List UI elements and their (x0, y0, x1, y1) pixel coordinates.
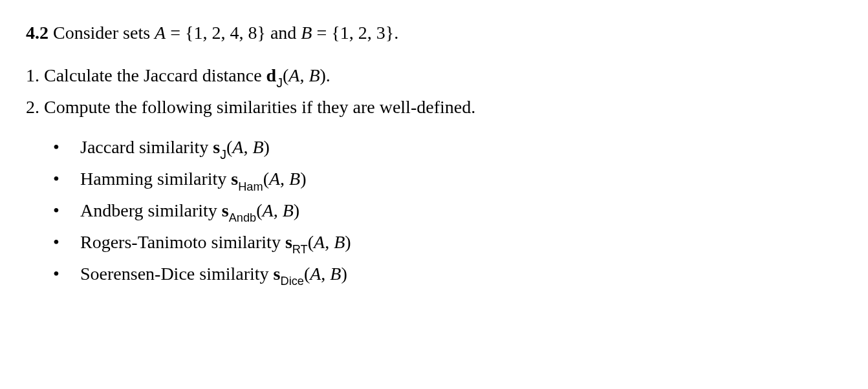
jaccard-distance-subscript: J (276, 76, 283, 90)
header-period: . (394, 23, 398, 43)
set-A-name: A (155, 23, 166, 43)
bullet-label: Andberg similarity (80, 200, 222, 220)
similarity-subscript: Andb (229, 211, 256, 224)
bullet-label: Rogers-Tanimoto similarity (80, 232, 285, 252)
bullet-item-andberg: •Andberg similarity sAndb(A, B) (53, 197, 842, 226)
similarity-args: (A, B) (308, 232, 351, 252)
problem-header: 4.2 Consider sets A = {1, 2, 4, 8} and B… (26, 19, 842, 47)
header-text: Consider sets (53, 23, 155, 43)
similarity-symbol: s (285, 232, 292, 252)
and-text: and (266, 23, 301, 43)
similarity-symbol: s (231, 169, 238, 189)
similarity-subscript: J (220, 147, 226, 162)
similarity-args: (A, B) (304, 264, 347, 284)
jaccard-distance-symbol: d (266, 65, 277, 85)
bullet-icon: • (53, 197, 80, 224)
item-period: . (326, 65, 331, 85)
numbered-item-1: 1. Calculate the Jaccard distance dJ(A, … (26, 62, 842, 91)
set-B-value: {1, 2, 3} (331, 23, 394, 43)
item-number: 1. (26, 65, 39, 85)
similarity-args: (A, B) (226, 137, 270, 157)
similarity-args: (A, B) (256, 200, 299, 220)
bullet-list: •Jaccard similarity sJ(A, B) •Hamming si… (53, 134, 842, 289)
numbered-list: 1. Calculate the Jaccard distance dJ(A, … (26, 62, 842, 121)
similarity-symbol: s (213, 137, 220, 157)
bullet-item-rogers-tanimoto: •Rogers-Tanimoto similarity sRT(A, B) (53, 229, 842, 258)
eq-sign-1: = (166, 23, 185, 43)
bullet-label: Jaccard similarity (80, 137, 213, 157)
similarity-subscript: Dice (281, 275, 304, 288)
bullet-item-jaccard: •Jaccard similarity sJ(A, B) (53, 134, 842, 163)
jaccard-distance-args: (A, B) (283, 65, 326, 85)
bullet-icon: • (53, 134, 80, 161)
bullet-item-hamming: •Hamming similarity sHam(A, B) (53, 165, 842, 194)
bullet-label: Hamming similarity (80, 169, 231, 189)
bullet-item-soerensen-dice: •Soerensen-Dice similarity sDice(A, B) (53, 260, 842, 289)
item-number: 2. (26, 97, 39, 117)
item-text: Calculate the Jaccard distance (44, 65, 266, 85)
similarity-symbol: s (222, 200, 229, 220)
item-text: Compute the following similarities if th… (44, 97, 475, 117)
problem-number: 4.2 (26, 23, 49, 43)
bullet-icon: • (53, 260, 80, 288)
numbered-item-2: 2. Compute the following similarities if… (26, 94, 842, 121)
bullet-icon: • (53, 165, 80, 193)
set-A-value: {1, 2, 4, 8} (185, 23, 266, 43)
eq-sign-2: = (312, 23, 331, 43)
bullet-label: Soerensen-Dice similarity (80, 264, 274, 284)
similarity-subscript: RT (292, 243, 308, 256)
similarity-args: (A, B) (263, 169, 307, 189)
similarity-symbol: s (274, 264, 281, 284)
similarity-subscript: Ham (238, 180, 263, 193)
bullet-icon: • (53, 229, 80, 256)
set-B-name: B (301, 23, 312, 43)
